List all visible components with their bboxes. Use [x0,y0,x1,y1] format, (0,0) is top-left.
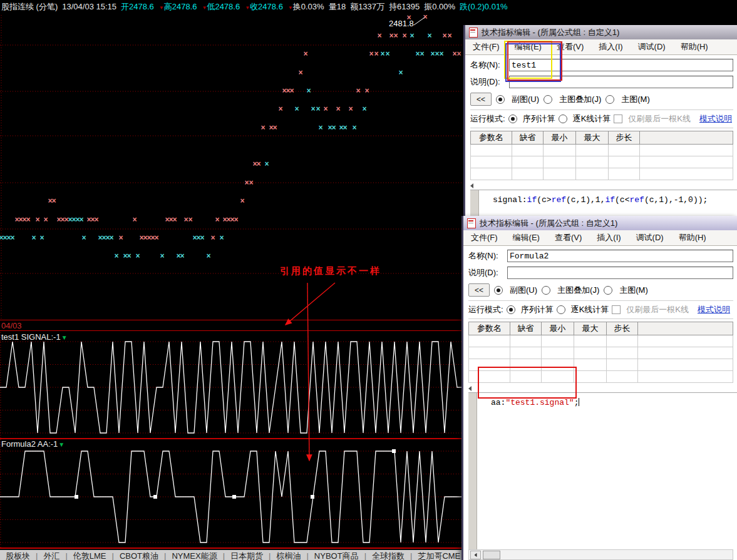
menu-item[interactable]: 文件(F) [463,232,505,243]
radio-subchart[interactable] [496,95,505,104]
param-row[interactable] [471,168,733,180]
radio-sequence-calc[interactable] [508,115,517,123]
svg-text:2481.8: 2481.8 [389,19,414,28]
scroll-left-icon[interactable] [470,183,473,188]
radio-sequence-calc[interactable] [507,305,515,314]
market-tab[interactable]: CBOT粮油 [114,550,164,560]
dialog2-titlebar[interactable]: 技术指标编辑 - (所属公式组 : 自定义1) [463,216,737,230]
name-label: 名称(N): [468,250,507,262]
svg-text:×: × [427,32,431,41]
menu-item[interactable]: 帮助(H) [671,232,714,243]
editor-gutter [468,393,477,549]
radio-per-bar-calc[interactable] [559,115,567,123]
description-input[interactable] [507,267,733,279]
market-tab[interactable]: 全球指数 [366,550,410,560]
menu-item[interactable]: 插入(I) [591,41,630,53]
mode-help-link[interactable]: 模式说明 [698,304,730,315]
menu-item[interactable]: 编辑(E) [507,41,549,53]
param-row[interactable] [471,145,733,156]
menu-item[interactable]: 文件(F) [465,41,507,53]
svg-text:×: × [362,105,366,114]
formula-doc-icon [469,28,478,38]
param-row[interactable] [469,359,733,371]
radio-per-bar-calc[interactable] [557,305,565,314]
svg-text:×: × [180,252,184,261]
last-bar-checkbox[interactable] [614,115,622,123]
date-label: 04/03 [1,321,22,330]
formula-code[interactable]: aa:"test1.signal"; [477,393,579,549]
svg-text:×: × [439,50,443,59]
dialog1-titlebar[interactable]: 技术指标编辑 - (所属公式组 : 自定义1) [465,25,737,39]
svg-text:×: × [374,50,378,59]
param-row[interactable] [469,347,733,359]
param-row[interactable] [471,156,733,168]
svg-text:×: × [260,124,265,133]
formula-editor[interactable]: signal:if(c>ref(c,1),1,if(c<ref(c,1),-1,… [470,190,737,216]
svg-text:×: × [364,87,369,96]
mode-help-link[interactable]: 模式说明 [699,113,732,125]
collapse-button[interactable]: << [468,283,490,297]
market-tab[interactable]: NYBOT商品 [309,550,364,560]
menu-item[interactable]: 调试(D) [629,232,671,243]
param-row[interactable] [469,371,733,383]
svg-text:×: × [420,50,424,59]
scroll-left-icon[interactable] [468,386,472,391]
name-input[interactable] [509,59,733,71]
radio-main-chart[interactable] [604,286,612,295]
svg-text:×: × [318,124,322,133]
description-label: 说明(D): [468,267,507,278]
scrollbar-thumb[interactable] [483,551,500,559]
editor-hscrollbar[interactable] [468,549,733,560]
radio-main-overlay[interactable] [542,286,550,295]
collapse-button[interactable]: << [470,93,492,106]
svg-text:×: × [79,216,83,225]
market-tab[interactable]: NYMEX能源 [166,550,222,560]
svg-text:×: × [39,234,44,243]
description-input[interactable] [509,76,733,88]
formula-editor[interactable]: aa:"test1.signal"; [468,392,737,549]
down-triangle-icon: ▼ [61,334,68,341]
param-row[interactable] [469,335,733,347]
svg-text:×: × [393,32,398,41]
menu-item[interactable]: 查看(V) [547,232,589,243]
parameter-table: 参数名 缺省 最小 最大 步长 [468,322,733,383]
market-tab[interactable]: 外汇 [38,550,65,560]
dialog1-title: 技术指标编辑 - (所属公式组 : 自定义1) [482,27,619,38]
formula2-aa-wave [0,439,463,547]
svg-text:×: × [81,234,86,243]
svg-text:×: × [94,216,98,225]
scroll-left-button[interactable] [470,551,481,559]
dialog1-menubar: 文件(F)编辑(E)查看(V)插入(I)调试(D)帮助(H) [465,39,737,55]
runmode-label: 运行模式: [468,304,503,315]
name-input[interactable] [507,250,733,262]
table-hscroll[interactable] [470,181,733,190]
market-tab[interactable]: 棕榈油 [271,550,306,560]
svg-text:×: × [126,252,131,261]
menu-item[interactable]: 调试(D) [631,41,673,53]
market-tab[interactable]: 伦敦LME [68,550,112,560]
svg-text:×: × [118,234,123,243]
svg-text:×: × [240,197,244,206]
menu-item[interactable]: 编辑(E) [505,232,547,243]
formula-doc-icon [467,218,476,228]
menu-item[interactable]: 插入(I) [589,232,628,243]
radio-subchart[interactable] [494,286,503,295]
last-bar-checkbox[interactable] [612,305,621,314]
market-tab[interactable]: 股板块 [0,550,36,560]
editor-gutter [470,190,479,216]
menu-item[interactable]: 帮助(H) [673,41,716,53]
status-segment: 额1337万 [350,2,384,11]
svg-text:×: × [154,234,158,243]
status-segment: 持61395 [389,2,420,11]
market-tab[interactable]: 日本期货 [225,550,269,560]
svg-text:×: × [456,50,461,59]
down-arrow-icon: ▼ [288,5,293,11]
formula-code[interactable]: signal:if(c>ref(c,1),1,if(c<ref(c,1),-1,… [479,190,708,216]
table-hscroll[interactable] [468,384,733,392]
radio-main-overlay[interactable] [544,95,552,104]
radio-main-chart[interactable] [606,95,614,104]
svg-text:×: × [272,124,277,133]
market-tab[interactable]: 芝加哥CME [412,550,466,560]
svg-text:×: × [442,32,446,41]
menu-item[interactable]: 查看(V) [549,41,591,53]
